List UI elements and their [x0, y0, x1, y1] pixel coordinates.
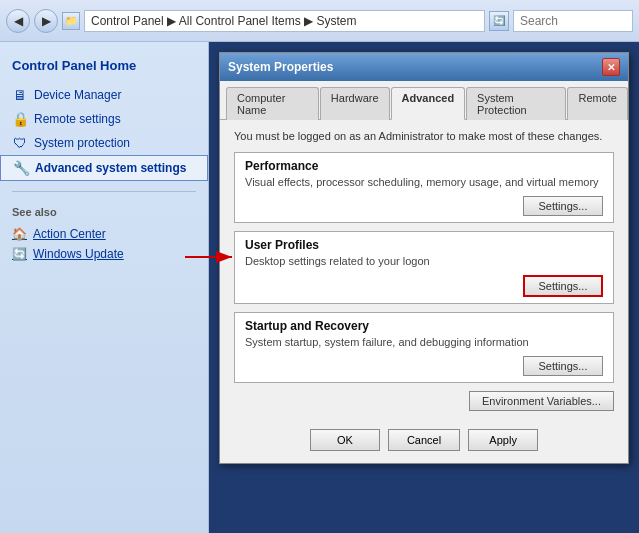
sidebar-item-device-manager[interactable]: 🖥 Device Manager — [0, 83, 208, 107]
back-button[interactable]: ◀ — [6, 9, 30, 33]
performance-desc: Visual effects, processor scheduling, me… — [245, 176, 603, 188]
address-bar: ◀ ▶ 📁 Control Panel ▶ All Control Panel … — [0, 0, 639, 42]
tab-system-protection[interactable]: System Protection — [466, 87, 566, 120]
user-profiles-settings-button[interactable]: Settings... — [523, 275, 603, 297]
env-btn-row: Environment Variables... — [234, 391, 614, 411]
user-profiles-btn-row: Settings... — [245, 275, 603, 297]
windows-update-link[interactable]: 🔄 Windows Update — [0, 244, 208, 264]
tab-computer-name[interactable]: Computer Name — [226, 87, 319, 120]
action-center-link[interactable]: 🏠 Action Center — [0, 224, 208, 244]
performance-settings-button[interactable]: Settings... — [523, 196, 603, 216]
apply-button[interactable]: Apply — [468, 429, 538, 451]
env-variables-button[interactable]: Environment Variables... — [469, 391, 614, 411]
dialog-titlebar: System Properties ✕ — [220, 53, 628, 81]
sidebar-item-label: System protection — [34, 136, 130, 150]
startup-section: Startup and Recovery System startup, sys… — [234, 312, 614, 383]
sidebar-item-label: Advanced system settings — [35, 161, 186, 175]
system-properties-dialog: System Properties ✕ Computer Name Hardwa… — [219, 52, 629, 464]
tab-remote[interactable]: Remote — [567, 87, 628, 120]
path-text: Control Panel ▶ All Control Panel Items … — [91, 14, 356, 28]
dialog-content: You must be logged on as an Administrato… — [220, 120, 628, 421]
user-profiles-title: User Profiles — [245, 238, 603, 252]
dialog-footer: OK Cancel Apply — [220, 421, 628, 463]
user-profiles-section: User Profiles Desktop settings related t… — [234, 231, 614, 304]
performance-section: Performance Visual effects, processor sc… — [234, 152, 614, 223]
sidebar: Control Panel Home 🖥 Device Manager 🔒 Re… — [0, 42, 209, 533]
search-input[interactable] — [513, 10, 633, 32]
dialog-area: System Properties ✕ Computer Name Hardwa… — [209, 42, 639, 533]
performance-title: Performance — [245, 159, 603, 173]
dialog-close-button[interactable]: ✕ — [602, 58, 620, 76]
main-container: Control Panel Home 🖥 Device Manager 🔒 Re… — [0, 42, 639, 533]
sidebar-item-remote-settings[interactable]: 🔒 Remote settings — [0, 107, 208, 131]
folder-icon: 📁 — [62, 12, 80, 30]
sidebar-divider — [12, 191, 196, 192]
device-manager-icon: 🖥 — [12, 87, 28, 103]
ok-button[interactable]: OK — [310, 429, 380, 451]
startup-settings-button[interactable]: Settings... — [523, 356, 603, 376]
see-also-label: See also — [0, 202, 208, 224]
sidebar-item-system-protection[interactable]: 🛡 System protection — [0, 131, 208, 155]
startup-desc: System startup, system failure, and debu… — [245, 336, 603, 348]
user-profiles-desc: Desktop settings related to your logon — [245, 255, 603, 267]
system-protection-icon: 🛡 — [12, 135, 28, 151]
sidebar-title: Control Panel Home — [0, 52, 208, 83]
refresh-button[interactable]: 🔄 — [489, 11, 509, 31]
tab-strip: Computer Name Hardware Advanced System P… — [220, 81, 628, 120]
advanced-settings-icon: 🔧 — [13, 160, 29, 176]
sidebar-item-label: Device Manager — [34, 88, 121, 102]
startup-title: Startup and Recovery — [245, 319, 603, 333]
action-center-label: Action Center — [33, 227, 106, 241]
tab-hardware[interactable]: Hardware — [320, 87, 390, 120]
address-path[interactable]: Control Panel ▶ All Control Panel Items … — [84, 10, 485, 32]
startup-btn-row: Settings... — [245, 356, 603, 376]
sidebar-item-label: Remote settings — [34, 112, 121, 126]
action-center-icon: 🏠 — [12, 227, 27, 241]
performance-btn-row: Settings... — [245, 196, 603, 216]
remote-settings-icon: 🔒 — [12, 111, 28, 127]
sidebar-item-advanced-system-settings[interactable]: 🔧 Advanced system settings — [0, 155, 208, 181]
cancel-button[interactable]: Cancel — [388, 429, 460, 451]
tab-advanced[interactable]: Advanced — [391, 87, 466, 120]
windows-update-label: Windows Update — [33, 247, 124, 261]
admin-notice: You must be logged on as an Administrato… — [234, 130, 614, 142]
forward-button[interactable]: ▶ — [34, 9, 58, 33]
windows-update-icon: 🔄 — [12, 247, 27, 261]
dialog-title: System Properties — [228, 60, 333, 74]
